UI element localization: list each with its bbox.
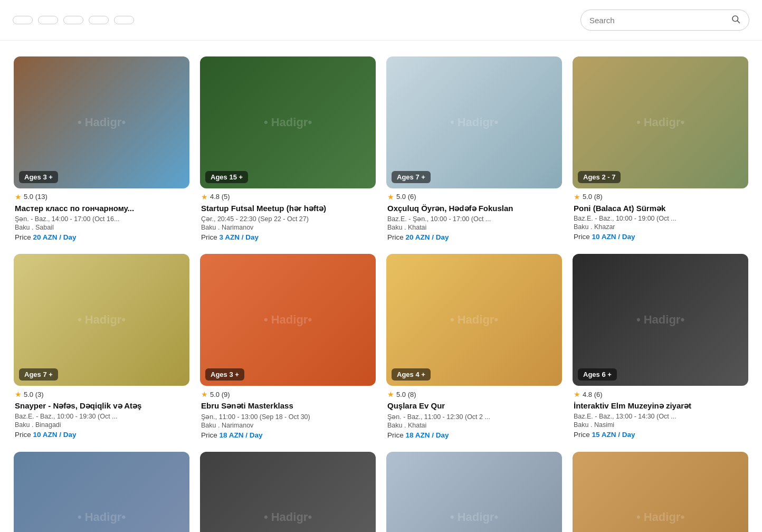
star-icon: ★ (387, 390, 394, 398)
card-location: Baku . Khazar (574, 223, 747, 231)
card-location: Baku . Sabail (15, 224, 188, 231)
star-icon: ★ (201, 193, 208, 201)
price-label: Price (15, 233, 33, 241)
card-image-wrap: • Hadigr• (386, 452, 562, 533)
price-label: Price (574, 431, 592, 439)
card-image-wrap: • Hadigr• (573, 452, 748, 533)
card-info: ★5.0 (3)Snayper - Nəfəs, Dəqiqlik və Atə… (14, 386, 189, 441)
card-info: ★5.0 (8)Poni (Balaca At) SürməkBaz.E. - … (573, 188, 748, 243)
age-badge: Ages 6 + (578, 368, 617, 381)
card-archery[interactable]: • Hadigr•Ages 7 +★5.0 (6)Oxçuluq Öyrən, … (381, 51, 567, 249)
card-row3a[interactable]: • Hadigr• (8, 446, 195, 533)
watermark: • Hadigr• (450, 116, 498, 129)
card-schedule: Şən., 11:00 - 13:00 (Sep 18 - Oct 30) (201, 413, 375, 421)
star-icon: ★ (15, 193, 22, 201)
card-info: ★4.8 (5)Startup Futsal Meetup (hər həftə… (200, 188, 376, 244)
top-bar (0, 0, 762, 41)
filter-age-button[interactable] (63, 16, 83, 24)
rating-row: ★4.8 (6) (574, 390, 747, 398)
price-label: Price (574, 233, 592, 241)
card-info: ★4.8 (6)İnteraktiv Elm Muzeyinə ziyarətB… (573, 386, 748, 441)
watermark: • Hadigr• (636, 313, 684, 327)
card-sniper[interactable]: • Hadigr•Ages 7 +★5.0 (3)Snayper - Nəfəs… (8, 249, 195, 446)
search-input[interactable] (589, 16, 727, 25)
card-price: Price 18 AZN / Day (387, 431, 561, 439)
rating-text: 5.0 (9) (210, 391, 230, 398)
age-badge: Ages 4 + (392, 368, 431, 381)
svg-line-1 (737, 21, 739, 23)
card-image-wrap: • Hadigr•Ages 4 + (386, 254, 562, 386)
card-title: Startup Futsal Meetup (hər həftə) (201, 203, 375, 214)
card-price: Price 20 AZN / Day (387, 233, 561, 241)
age-badge: Ages 7 + (392, 171, 431, 183)
price-value: 18 AZN / Day (406, 431, 449, 439)
card-image-wrap: • Hadigr•Ages 15 + (200, 56, 376, 188)
card-futsal[interactable]: • Hadigr•Ages 15 +★4.8 (5)Startup Futsal… (195, 51, 381, 249)
price-value: 10 AZN / Day (592, 233, 635, 241)
price-value: 10 AZN / Day (33, 431, 77, 439)
card-schedule: Baz.E. - Şən., 10:00 - 17:00 (Oct ... (387, 215, 561, 223)
card-image-wrap: • Hadigr•Ages 3 + (200, 254, 376, 386)
rating-text: 5.0 (8) (396, 391, 416, 398)
rating-text: 4.8 (6) (583, 391, 603, 398)
card-title: Oxçuluq Öyrən, Hədəfə Fokuslan (387, 203, 561, 214)
price-value: 18 AZN / Day (220, 431, 263, 439)
filter-date-button[interactable] (13, 16, 33, 24)
card-ebru[interactable]: • Hadigr•Ages 3 +★5.0 (9)Ebru Sənəti Mas… (195, 249, 381, 446)
card-location: Baku . Binagadi (15, 421, 188, 429)
card-info: ★5.0 (8)Quşlara Ev QurŞən. - Baz., 11:00… (386, 386, 562, 441)
card-museum[interactable]: • Hadigr•Ages 6 +★4.8 (6)İnteraktiv Elm … (567, 249, 754, 446)
star-icon: ★ (201, 390, 208, 398)
card-schedule: Şən. - Baz., 14:00 - 17:00 (Oct 16... (15, 215, 188, 223)
price-value: 20 AZN / Day (406, 233, 449, 241)
rating-row: ★4.8 (5) (201, 193, 375, 201)
age-badge: Ages 2 - 7 (578, 171, 621, 183)
card-location: Baku . Khatai (387, 224, 561, 231)
price-value: 20 AZN / Day (33, 233, 77, 241)
card-info: ★5.0 (9)Ebru Sənəti MasterklassŞən., 11:… (200, 386, 376, 441)
card-pottery[interactable]: • Hadigr•Ages 3 +★5.0 (13)Мастер класс п… (8, 51, 195, 249)
card-price: Price 15 AZN / Day (574, 431, 747, 439)
card-image-wrap: • Hadigr• (14, 452, 189, 533)
card-row3d[interactable]: • Hadigr• (567, 446, 754, 533)
filter-buttons (13, 16, 134, 24)
card-schedule: Baz.E. - Baz., 13:00 - 14:30 (Oct ... (574, 413, 747, 420)
watermark: • Hadigr• (450, 313, 498, 327)
card-title: Ebru Sənəti Masterklass (201, 401, 375, 411)
card-row3b[interactable]: • Hadigr• (195, 446, 381, 533)
card-title: Poni (Balaca At) Sürmək (574, 203, 747, 214)
card-schedule: Baz.E. - Baz., 10:00 - 19:00 (Oct ... (574, 215, 747, 222)
card-pony[interactable]: • Hadigr•Ages 2 - 7★5.0 (8)Poni (Balaca … (567, 51, 754, 249)
card-price: Price 10 AZN / Day (574, 233, 747, 241)
card-image-wrap: • Hadigr• (200, 452, 376, 533)
rating-text: 5.0 (3) (24, 391, 44, 398)
card-row3c[interactable]: • Hadigr• (381, 446, 567, 533)
watermark: • Hadigr• (450, 510, 498, 524)
card-title: İnteraktiv Elm Muzeyinə ziyarət (574, 401, 747, 411)
card-location: Baku . Nasimi (574, 421, 747, 429)
age-badge: Ages 3 + (205, 368, 244, 381)
card-schedule: Şən. - Baz., 11:00 - 12:30 (Oct 2 ... (387, 413, 561, 421)
filter-time-button[interactable] (89, 16, 109, 24)
rating-text: 5.0 (6) (396, 193, 416, 201)
watermark: • Hadigr• (264, 313, 312, 327)
rating-row: ★5.0 (8) (387, 390, 561, 398)
age-badge: Ages 15 + (205, 171, 248, 183)
age-badge: Ages 3 + (19, 171, 58, 183)
rating-row: ★5.0 (6) (387, 193, 561, 201)
card-price: Price 10 AZN / Day (15, 431, 188, 439)
rating-row: ★5.0 (3) (15, 390, 188, 398)
watermark: • Hadigr• (264, 116, 312, 129)
card-title: Snayper - Nəfəs, Dəqiqlik və Atəş (15, 401, 188, 411)
price-label: Price (201, 233, 220, 241)
watermark: • Hadigr• (78, 116, 126, 129)
watermark: • Hadigr• (264, 510, 312, 524)
card-image-wrap: • Hadigr•Ages 2 - 7 (573, 56, 748, 188)
filter-category-button[interactable] (114, 16, 134, 24)
filter-location-button[interactable] (38, 16, 58, 24)
card-birds[interactable]: • Hadigr•Ages 4 +★5.0 (8)Quşlara Ev QurŞ… (381, 249, 567, 446)
card-info: ★5.0 (13)Мастер класс по гончарному...Şə… (14, 188, 189, 244)
price-label: Price (15, 431, 33, 439)
rating-row: ★5.0 (9) (201, 390, 375, 398)
card-title: Quşlara Ev Qur (387, 401, 561, 411)
